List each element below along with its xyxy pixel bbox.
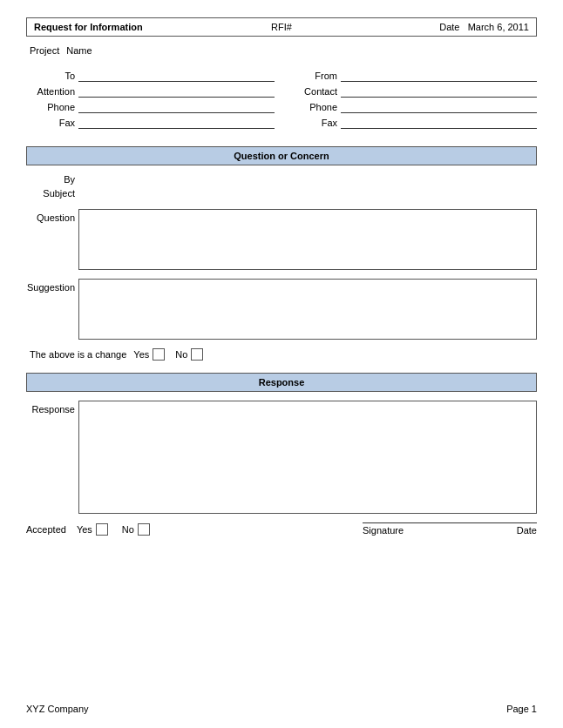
change-yes-label: Yes <box>133 349 149 360</box>
page: Request for Information RFI# Date March … <box>0 0 563 728</box>
fax-row-to: Fax <box>26 117 275 129</box>
change-no-checkbox[interactable] <box>191 348 203 361</box>
date-section: Date March 6, 2011 <box>364 22 529 32</box>
phone-label-from: Phone <box>288 102 341 112</box>
accepted-yes-label: Yes <box>77 524 92 535</box>
signature-area: Signature Date <box>363 522 537 536</box>
project-label: Project <box>30 45 59 56</box>
project-value: Name <box>66 45 92 56</box>
phone-row-from: Phone <box>288 101 537 113</box>
contact-label: Contact <box>288 86 341 97</box>
question-textarea[interactable] <box>78 209 537 270</box>
bottom-area: Accepted Yes No Signature Date <box>26 522 537 536</box>
fax-row-from: Fax <box>288 117 537 129</box>
page-number: Page 1 <box>506 704 537 714</box>
contact-field[interactable] <box>341 85 537 98</box>
question-section-header: Question or Concern <box>26 146 537 165</box>
change-yes-checkbox[interactable] <box>153 348 165 361</box>
change-label: The above is a change <box>30 349 126 360</box>
attention-label: Attention <box>26 86 78 97</box>
form-title: Request for Information <box>34 22 199 32</box>
project-row: Project Name <box>26 45 537 56</box>
response-textarea[interactable] <box>78 401 537 514</box>
attention-row: Attention <box>26 85 275 98</box>
footer: XYZ Company Page 1 <box>26 704 537 714</box>
date-label: Date <box>439 22 459 32</box>
change-row: The above is a change Yes No <box>26 348 537 361</box>
from-row: From <box>288 70 537 82</box>
attention-field[interactable] <box>78 85 275 98</box>
accepted-label: Accepted <box>26 524 66 535</box>
by-label: By <box>26 174 78 185</box>
from-column: From Contact Phone Fax <box>288 70 537 132</box>
change-no-label: No <box>175 349 187 360</box>
phone-label-to: Phone <box>26 102 78 112</box>
to-label: To <box>26 71 78 81</box>
accepted-no-checkbox[interactable] <box>138 523 150 536</box>
response-label: Response <box>26 401 78 415</box>
from-label: From <box>288 71 341 81</box>
question-label: Question <box>26 209 78 223</box>
date-value: March 6, 2011 <box>468 22 529 32</box>
signature-label: Signature <box>363 525 404 536</box>
subject-row: Subject <box>26 188 537 199</box>
suggestion-textarea-row: Suggestion <box>26 279 537 340</box>
sig-labels: Signature Date <box>363 525 537 536</box>
fax-field-from[interactable] <box>341 117 537 129</box>
accepted-no-label: No <box>122 524 134 535</box>
accepted-left: Accepted Yes No <box>26 523 160 536</box>
by-row: By <box>26 174 537 185</box>
question-textarea-row: Question <box>26 209 537 270</box>
suggestion-textarea[interactable] <box>78 279 537 340</box>
question-section: By Subject <box>26 174 537 199</box>
response-textarea-row: Response <box>26 401 537 514</box>
signature-line <box>363 522 537 523</box>
suggestion-label: Suggestion <box>26 279 78 293</box>
to-row: To <box>26 70 275 82</box>
fax-label-to: Fax <box>26 118 78 128</box>
fax-field-to[interactable] <box>78 117 275 129</box>
from-field[interactable] <box>341 70 537 82</box>
address-section: To Attention Phone Fax From Co <box>26 70 537 132</box>
fax-label-from: Fax <box>288 118 341 128</box>
response-section-header: Response <box>26 373 537 392</box>
header-bar: Request for Information RFI# Date March … <box>26 17 537 37</box>
accepted-yes-checkbox[interactable] <box>96 523 108 536</box>
phone-field-to[interactable] <box>78 101 275 113</box>
to-column: To Attention Phone Fax <box>26 70 275 132</box>
contact-row: Contact <box>288 85 537 98</box>
subject-label: Subject <box>26 188 78 199</box>
sig-date-label: Date <box>517 525 537 536</box>
to-field[interactable] <box>78 70 275 82</box>
accepted-sig-row: Accepted Yes No Signature Date <box>26 522 537 536</box>
company-name: XYZ Company <box>26 704 89 714</box>
phone-row-to: Phone <box>26 101 275 113</box>
phone-field-from[interactable] <box>341 101 537 113</box>
rfi-number: RFI# <box>199 22 363 32</box>
